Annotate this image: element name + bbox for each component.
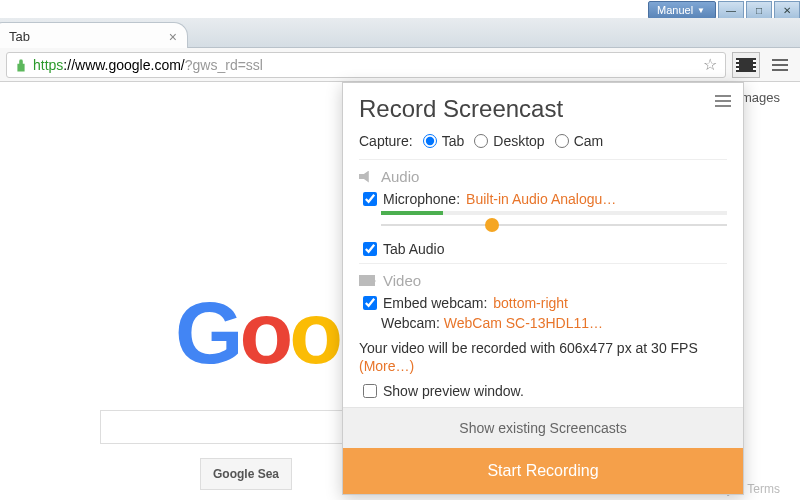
- screencast-extension-button[interactable]: [732, 52, 760, 78]
- audio-level-meter: [381, 211, 727, 215]
- browser-menu-button[interactable]: [766, 52, 794, 78]
- popup-menu-button[interactable]: [715, 95, 731, 107]
- tab-audio-label: Tab Audio: [383, 241, 445, 257]
- chevron-down-icon: ▼: [697, 6, 705, 15]
- capture-option-tab[interactable]: Tab: [423, 133, 465, 149]
- capture-label: Capture:: [359, 133, 413, 149]
- capture-radio-desktop[interactable]: [474, 134, 488, 148]
- lock-icon: [15, 58, 27, 72]
- address-bar[interactable]: https://www.google.com/?gws_rd=ssl ☆: [6, 52, 726, 78]
- user-name: Manuel: [657, 4, 693, 16]
- embed-webcam-label: Embed webcam:: [383, 295, 487, 311]
- speaker-icon: [359, 171, 373, 183]
- microphone-checkbox[interactable]: [363, 192, 377, 206]
- film-icon: [739, 58, 753, 72]
- capture-radio-cam[interactable]: [555, 134, 569, 148]
- audio-section-header: Audio: [359, 159, 727, 185]
- microphone-row: Microphone: Built-in Audio Analogu…: [363, 191, 727, 207]
- microphone-value[interactable]: Built-in Audio Analogu…: [466, 191, 616, 207]
- video-section-header: Video: [359, 263, 727, 289]
- close-window-button[interactable]: ✕: [774, 1, 800, 19]
- embed-webcam-checkbox[interactable]: [363, 296, 377, 310]
- microphone-volume-slider[interactable]: [381, 217, 727, 233]
- webcam-value[interactable]: WebCam SC-13HDL11…: [444, 315, 603, 331]
- screencast-popup: Record Screencast Capture: Tab Desktop C…: [342, 82, 744, 495]
- toolbar: https://www.google.com/?gws_rd=ssl ☆: [0, 48, 800, 82]
- slider-thumb[interactable]: [485, 218, 499, 232]
- tab-audio-row: Tab Audio: [363, 241, 727, 257]
- tab-audio-checkbox[interactable]: [363, 242, 377, 256]
- webcam-label: Webcam:: [381, 315, 440, 331]
- bookmark-star-icon[interactable]: ☆: [703, 55, 717, 74]
- webcam-device-row: Webcam: WebCam SC-13HDL11…: [381, 315, 727, 331]
- capture-radio-tab[interactable]: [423, 134, 437, 148]
- camera-icon: [359, 275, 375, 286]
- show-existing-button[interactable]: Show existing Screencasts: [343, 407, 743, 448]
- recording-info: Your video will be recorded with 606x477…: [359, 339, 727, 375]
- close-tab-icon[interactable]: ×: [169, 29, 177, 45]
- popup-title: Record Screencast: [359, 95, 727, 123]
- window-controls: Manuel ▼ — □ ✕: [648, 0, 800, 20]
- tab-strip: Tab ×: [0, 18, 800, 48]
- microphone-label: Microphone:: [383, 191, 460, 207]
- preview-checkbox[interactable]: [363, 384, 377, 398]
- user-badge[interactable]: Manuel ▼: [648, 1, 716, 19]
- capture-option-cam[interactable]: Cam: [555, 133, 604, 149]
- tab-title: Tab: [9, 29, 30, 44]
- embed-webcam-value[interactable]: bottom-right: [493, 295, 568, 311]
- capture-mode-row: Capture: Tab Desktop Cam: [359, 133, 727, 149]
- minimize-button[interactable]: —: [718, 1, 744, 19]
- url-text: https://www.google.com/?gws_rd=ssl: [33, 57, 263, 73]
- more-link[interactable]: (More…): [359, 358, 414, 374]
- preview-row: Show preview window.: [363, 383, 727, 399]
- preview-label: Show preview window.: [383, 383, 524, 399]
- start-recording-button[interactable]: Start Recording: [343, 448, 743, 494]
- maximize-button[interactable]: □: [746, 1, 772, 19]
- capture-option-desktop[interactable]: Desktop: [474, 133, 544, 149]
- browser-tab[interactable]: Tab ×: [0, 22, 188, 50]
- embed-webcam-row: Embed webcam: bottom-right: [363, 295, 727, 311]
- google-search-button[interactable]: Google Sea: [200, 458, 292, 490]
